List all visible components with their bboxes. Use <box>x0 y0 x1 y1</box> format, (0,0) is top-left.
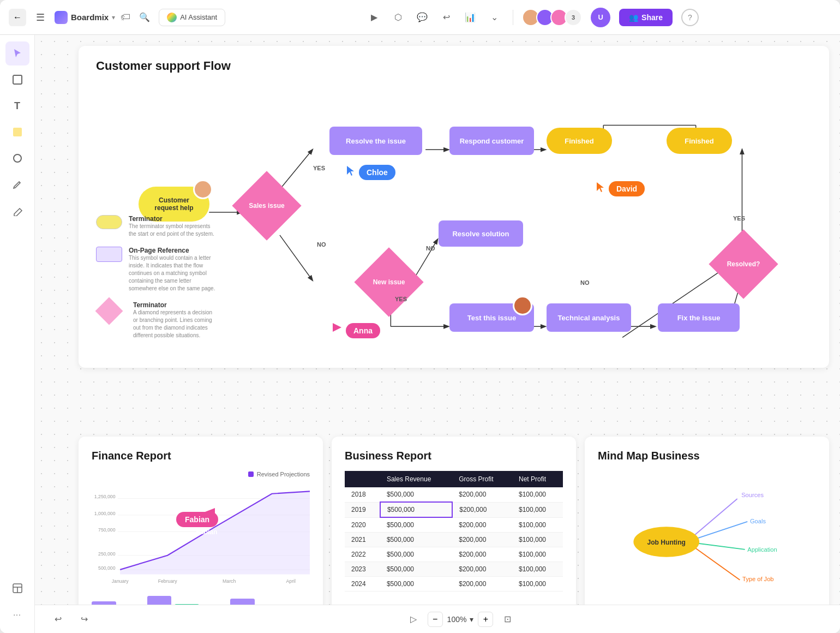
share-button[interactable]: 👥 Share <box>619 9 673 26</box>
zoom-out-button[interactable]: − <box>428 612 443 627</box>
finance-title: Finance Report <box>92 450 310 462</box>
cell-year: 2019 <box>345 502 380 517</box>
cell-net: $100,000 <box>512 517 563 533</box>
legend-item-decision: Terminator A diamond represents a decisi… <box>96 301 216 339</box>
tool-play[interactable]: ▶ <box>364 8 384 27</box>
svg-text:Job Hunting: Job Hunting <box>647 539 686 546</box>
mindmap-panel: Mind Map Business Job Hunting Sources Go… <box>585 437 829 622</box>
svg-text:April: April <box>286 578 296 584</box>
sidebar-item-pen[interactable] <box>5 172 29 196</box>
menu-button[interactable]: ☰ <box>32 9 49 26</box>
legend-desc-3: A diamond represents a decision or branc… <box>133 309 216 339</box>
anna-bubble: Anna <box>346 323 380 338</box>
chloe-cursor-arrow <box>346 165 355 177</box>
ai-assistant-button[interactable]: AI Assistant <box>159 9 225 26</box>
col-net: Net Profit <box>512 471 563 487</box>
cursor-tool-button[interactable]: ▷ <box>404 610 423 629</box>
sidebar-item-table[interactable] <box>5 576 29 600</box>
finance-panel: Finance Report Revised Projections 1,250… <box>79 437 323 622</box>
zoom-level: 100% <box>447 615 467 624</box>
sidebar-item-eraser[interactable] <box>5 199 29 223</box>
col-year <box>345 471 380 487</box>
cell-net: $100,000 <box>512 487 563 502</box>
current-user-avatar[interactable]: U <box>591 8 610 27</box>
table-row: 2018$500,000$200,000$100,000 <box>345 487 563 502</box>
cell-net: $100,000 <box>512 502 563 517</box>
cell-year: 2024 <box>345 577 380 592</box>
fit-button[interactable]: ⊡ <box>497 610 517 629</box>
ai-icon <box>167 13 177 22</box>
col-gross: Gross Profit <box>452 471 512 487</box>
fabian-cursor-arrow <box>205 508 215 518</box>
node-fix-issue: Fix the issue <box>658 303 740 332</box>
tool-more[interactable]: ⌄ <box>484 8 504 27</box>
cell-gross: $200,000 <box>452 533 512 547</box>
business-title: Business Report <box>345 450 563 462</box>
label-yes1: YES <box>313 165 325 171</box>
diagram-avatar-2 <box>513 296 532 315</box>
cell-sales: $500,000 <box>380 577 452 592</box>
node-new-issue: New issue <box>354 247 423 316</box>
legend-item-terminator: Terminator The terminator symbol represe… <box>96 215 216 238</box>
sidebar-item-text[interactable]: T <box>5 94 29 118</box>
svg-text:Fabian: Fabian <box>196 528 217 536</box>
table-row: 2022$500,000$200,000$100,000 <box>345 547 563 562</box>
cursor-anna: Anna <box>333 323 380 338</box>
legend-item-onpage: On-Page Reference This symbol would cont… <box>96 247 216 292</box>
svg-text:Goals: Goals <box>750 518 766 524</box>
tool-diagram[interactable]: ⬡ <box>388 8 408 27</box>
cell-year: 2021 <box>345 533 380 547</box>
label-no3: NO <box>580 279 590 286</box>
cell-gross: $200,000 <box>452 577 512 592</box>
sidebar-item-sticky[interactable] <box>5 120 29 144</box>
brand-chevron-icon: ▾ <box>112 14 115 21</box>
svg-text:Sources: Sources <box>741 492 764 498</box>
tool-chart[interactable]: 📊 <box>460 8 480 27</box>
sidebar-item-cursor[interactable] <box>5 41 29 65</box>
business-table: Sales Revenue Gross Profit Net Profit 20… <box>345 471 563 592</box>
divider <box>513 10 513 25</box>
cell-year: 2022 <box>345 547 380 562</box>
main-content: T ··· <box>0 35 840 633</box>
share-icon: 👥 <box>629 13 638 22</box>
zoom-in-button[interactable]: + <box>478 612 493 627</box>
svg-marker-22 <box>333 323 341 332</box>
canvas-area[interactable]: Customer support Flow <box>35 35 840 633</box>
sidebar-item-shape[interactable] <box>5 146 29 170</box>
legend-desc-2: This symbol would contain a letter insid… <box>129 254 216 292</box>
sidebar-item-frame[interactable] <box>5 68 29 92</box>
table-row: 2023$500,000$200,000$100,000 <box>345 562 563 577</box>
redo-button[interactable]: ↪ <box>74 610 94 629</box>
cell-sales: $500,000 <box>380 562 452 577</box>
brand[interactable]: Boardmix ▾ <box>55 11 115 24</box>
avatar-count: 3 <box>565 9 582 26</box>
bottom-toolbar-center: ▷ − 100% ▾ + ⊡ <box>404 610 518 629</box>
back-button[interactable]: ← <box>9 9 26 26</box>
titlebar: ← ☰ Boardmix ▾ 🏷 🔍 AI Assistant ▶ ⬡ 💬 ↩ … <box>0 0 840 35</box>
cell-net: $100,000 <box>512 533 563 547</box>
table-row: 2024$500,000$200,000$100,000 <box>345 577 563 592</box>
svg-point-2 <box>14 154 21 162</box>
svg-text:Application: Application <box>747 546 777 553</box>
legend-label: Revised Projections <box>257 471 310 477</box>
cell-year: 2020 <box>345 517 380 533</box>
flowchart-section: Customer support Flow <box>79 46 829 368</box>
anna-cursor-arrow <box>333 323 341 332</box>
cell-sales: $500,000 <box>380 547 452 562</box>
svg-text:750,000: 750,000 <box>98 527 116 533</box>
legend-dot <box>248 471 254 477</box>
diagram-avatar-1 <box>193 180 213 199</box>
svg-text:1,000,000: 1,000,000 <box>94 511 116 516</box>
svg-rect-0 <box>13 75 22 84</box>
svg-rect-1 <box>13 128 22 136</box>
search-button[interactable]: 🔍 <box>136 9 153 26</box>
svg-marker-38 <box>205 508 215 516</box>
tool-history[interactable]: ↩ <box>436 8 456 27</box>
help-button[interactable]: ? <box>681 9 699 26</box>
label-no1: NO <box>317 241 326 248</box>
undo-button[interactable]: ↩ <box>48 610 68 629</box>
tool-comment[interactable]: 💬 <box>412 8 432 27</box>
cursor-chloe: Chloe <box>346 165 395 180</box>
sidebar-item-more[interactable]: ··· <box>5 602 29 626</box>
tag-icon[interactable]: 🏷 <box>121 11 130 23</box>
